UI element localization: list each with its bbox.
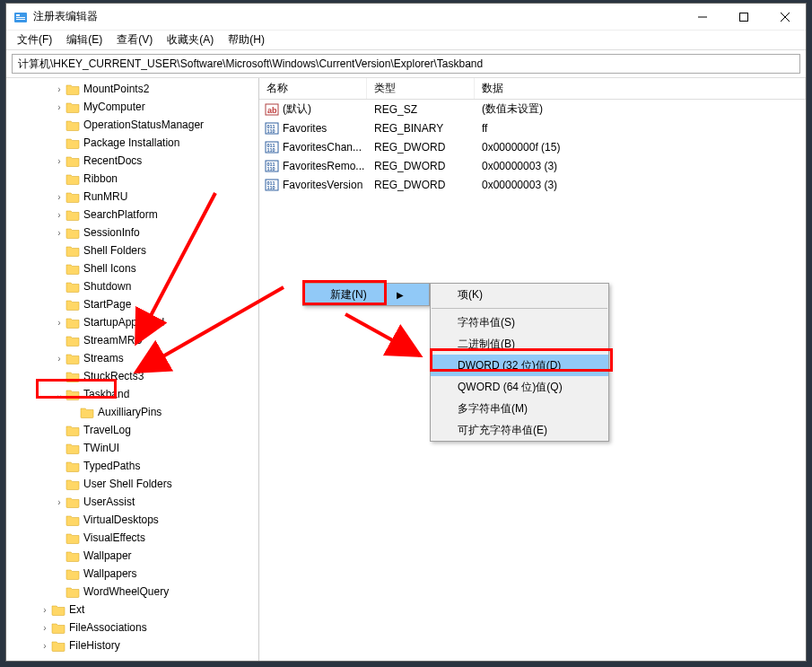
folder-icon (65, 513, 80, 527)
close-button[interactable] (764, 4, 806, 31)
tree-item-label: MountPoints2 (83, 83, 149, 95)
expand-toggle[interactable]: ⌄ (53, 390, 65, 399)
expand-toggle[interactable]: › (53, 497, 65, 507)
tree-item[interactable]: TypedPaths (6, 457, 258, 475)
tree-item[interactable]: Shell Icons (6, 259, 258, 277)
folder-icon (65, 297, 80, 312)
list-header: 名称 类型 数据 (259, 78, 806, 100)
context-menu-new-submenu: 项(K) 字符串值(S) 二进制值(B) DWORD (32 位)值(D) QW… (430, 283, 609, 442)
tree-item[interactable]: TravelLog (6, 421, 258, 439)
tree-item[interactable]: Shell Folders (6, 241, 258, 259)
list-row[interactable]: 011110FavoritesVersionREG_DWORD0x0000000… (259, 175, 806, 194)
expand-toggle[interactable]: › (53, 354, 65, 364)
tree-item-label: StreamMRU (83, 334, 143, 347)
tree-item[interactable]: ›Streams (6, 349, 258, 367)
list-row[interactable]: 011110FavoritesREG_BINARYff (259, 118, 806, 137)
tree-item[interactable]: StreamMRU (6, 331, 258, 349)
addressbar (6, 50, 806, 78)
expand-toggle[interactable]: › (53, 156, 65, 166)
tree-item[interactable]: ›UserAssist (6, 493, 258, 511)
expand-toggle[interactable]: › (53, 102, 65, 112)
col-header-type[interactable]: 类型 (367, 78, 475, 99)
menu-file[interactable]: 文件(F) (10, 31, 59, 49)
tree-item[interactable]: VisualEffects (6, 529, 258, 547)
tree-item[interactable]: Ribbon (6, 170, 258, 188)
svg-text:110: 110 (267, 128, 275, 134)
expand-toggle[interactable]: › (53, 192, 65, 202)
maximize-button[interactable] (723, 4, 764, 31)
address-input[interactable] (12, 54, 800, 74)
tree-item[interactable]: ›MountPoints2 (6, 80, 258, 98)
expand-toggle[interactable]: › (39, 605, 51, 615)
tree-item[interactable]: ›Ext (6, 601, 258, 619)
menu-view[interactable]: 查看(V) (109, 31, 160, 49)
menu-edit[interactable]: 编辑(E) (59, 31, 109, 49)
tree-item[interactable]: StuckRects3 (6, 367, 258, 385)
tree-item-label: AuxilliaryPins (98, 406, 162, 418)
tree-item[interactable]: AuxilliaryPins (6, 403, 258, 421)
tree-item[interactable]: ›SessionInfo (6, 224, 258, 241)
value-name: FavoritesChan... (283, 141, 362, 154)
ctx-new-label: 新建(N) (330, 287, 367, 303)
ctx-key[interactable]: 项(K) (431, 284, 608, 305)
tree-item[interactable]: ›FileAssociations (6, 619, 258, 636)
tree-item[interactable]: Wallpapers (6, 565, 258, 583)
tree-item[interactable]: ›MyComputer (6, 98, 258, 116)
binary-value-icon: 011110 (265, 178, 279, 192)
tree-item-label: WordWheelQuery (83, 585, 169, 598)
ctx-multistring[interactable]: 多字符串值(M) (431, 398, 608, 419)
expand-toggle[interactable]: › (39, 623, 51, 633)
tree-item[interactable]: TWinUI (6, 439, 258, 457)
ctx-string[interactable]: 字符串值(S) (431, 312, 608, 333)
ctx-dword[interactable]: DWORD (32 位)值(D) (431, 355, 608, 376)
tree-item[interactable]: OperationStatusManager (6, 116, 258, 134)
value-name: FavoritesRemo... (283, 160, 364, 172)
expand-toggle[interactable]: › (39, 641, 51, 651)
menu-help[interactable]: 帮助(H) (221, 31, 272, 49)
tree-item-label: StartPage (83, 298, 131, 311)
expand-toggle[interactable]: › (53, 210, 65, 220)
tree-item[interactable]: ⌄Taskband (6, 385, 258, 403)
tree-item[interactable]: StartPage (6, 295, 258, 313)
tree-item[interactable]: ›FileHistory (6, 636, 258, 654)
tree-item-label: Shell Folders (83, 244, 146, 257)
tree-item[interactable]: WordWheelQuery (6, 583, 258, 601)
menu-favorites[interactable]: 收藏夹(A) (160, 31, 221, 49)
ctx-expandstring[interactable]: 可扩充字符串值(E) (431, 419, 608, 441)
tree-item[interactable]: Shutdown (6, 277, 258, 295)
value-name: Favorites (283, 122, 327, 135)
col-header-data[interactable]: 数据 (475, 78, 806, 99)
tree-item[interactable]: Wallpaper (6, 547, 258, 565)
tree-item-label: Package Installation (83, 136, 179, 149)
minimize-button[interactable] (682, 4, 723, 31)
svg-text:110: 110 (267, 147, 275, 153)
tree-item-label: Shell Icons (83, 262, 136, 275)
folder-icon (65, 351, 80, 365)
ctx-binary[interactable]: 二进制值(B) (431, 333, 608, 355)
tree-item[interactable]: ›RunMRU (6, 188, 258, 206)
expand-toggle[interactable]: › (53, 228, 65, 238)
ctx-separator (432, 308, 607, 309)
folder-icon (65, 477, 80, 491)
app-icon (13, 10, 28, 24)
tree-item[interactable]: VirtualDesktops (6, 511, 258, 529)
tree-item[interactable]: ›SearchPlatform (6, 206, 258, 224)
list-row[interactable]: 011110FavoritesChan...REG_DWORD0x0000000… (259, 137, 806, 156)
folder-icon (51, 620, 65, 635)
tree-item[interactable]: ›StartupApproved (6, 313, 258, 331)
list-row[interactable]: ab(默认)REG_SZ(数值未设置) (259, 100, 806, 118)
expand-toggle[interactable]: › (53, 318, 65, 328)
regedit-window: 注册表编辑器 文件(F) 编辑(E) 查看(V) 收藏夹(A) 帮助(H) ›M… (5, 3, 807, 662)
col-header-name[interactable]: 名称 (259, 78, 367, 99)
tree-scroll[interactable]: ›MountPoints2›MyComputerOperationStatusM… (6, 78, 258, 661)
ctx-new[interactable]: 新建(N) ▶ (303, 284, 429, 305)
value-type: REG_SZ (367, 103, 475, 116)
tree-item[interactable]: ›RecentDocs (6, 152, 258, 170)
tree-item-label: FileAssociations (69, 621, 147, 634)
list-row[interactable]: 011110FavoritesRemo...REG_DWORD0x0000000… (259, 156, 806, 175)
tree-item[interactable]: User Shell Folders (6, 475, 258, 493)
tree-pane: ›MountPoints2›MyComputerOperationStatusM… (6, 78, 259, 661)
expand-toggle[interactable]: › (53, 84, 65, 94)
tree-item[interactable]: Package Installation (6, 134, 258, 152)
ctx-qword[interactable]: QWORD (64 位)值(Q) (431, 376, 608, 398)
